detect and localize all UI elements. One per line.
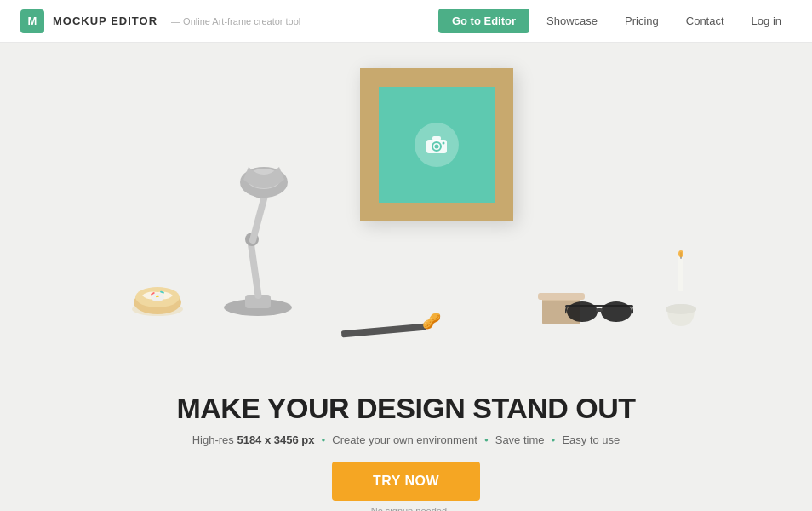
candle-group (664, 249, 698, 330)
sunglasses (565, 295, 633, 332)
camera-icon (426, 135, 448, 154)
go-to-editor-button[interactable]: Go to Editor (438, 9, 529, 33)
lamp (211, 150, 313, 324)
svg-line-27 (565, 307, 567, 313)
logo-title: MOCKUP EDITOR (53, 14, 157, 27)
nav-showcase[interactable]: Showcase (536, 9, 608, 33)
hero-subtitle: High-res 5184 x 3456 px ● Create your ow… (0, 433, 812, 446)
try-now-button[interactable]: TRY NOW (332, 462, 480, 501)
svg-rect-26 (596, 308, 603, 312)
nav-contact[interactable]: Contact (676, 9, 735, 33)
no-signup-text: - No signup needed (0, 506, 812, 511)
svg-point-2 (435, 145, 439, 149)
art-frame-wrapper (360, 68, 513, 221)
header: M MOCKUP EDITOR — Online Art-frame creat… (0, 0, 812, 43)
donut (130, 277, 186, 328)
main-nav: Go to Editor Showcase Pricing Contact Lo… (438, 9, 792, 33)
logo-icon: M (20, 9, 44, 33)
small-object: 🥜 (422, 312, 441, 330)
logo-subtitle: — Online Art-frame creator tool (171, 16, 300, 26)
svg-point-4 (443, 142, 445, 145)
svg-point-31 (678, 250, 683, 257)
hero-content: MAKE YOUR DESIGN STAND OUT High-res 5184… (0, 375, 812, 511)
nav-login[interactable]: Log in (741, 9, 792, 33)
camera-circle (415, 123, 459, 167)
hero-image: 🥜 (0, 43, 812, 375)
svg-rect-3 (432, 136, 441, 141)
nav-pricing[interactable]: Pricing (615, 9, 669, 33)
svg-point-24 (567, 301, 598, 322)
svg-point-33 (666, 304, 696, 314)
svg-point-25 (601, 301, 632, 322)
hero-main-title: MAKE YOUR DESIGN STAND OUT (0, 392, 812, 425)
svg-rect-29 (678, 256, 683, 291)
svg-line-28 (632, 307, 633, 313)
pencil (341, 324, 426, 338)
art-frame (360, 68, 513, 221)
logo-area: M MOCKUP EDITOR — Online Art-frame creat… (20, 9, 300, 33)
